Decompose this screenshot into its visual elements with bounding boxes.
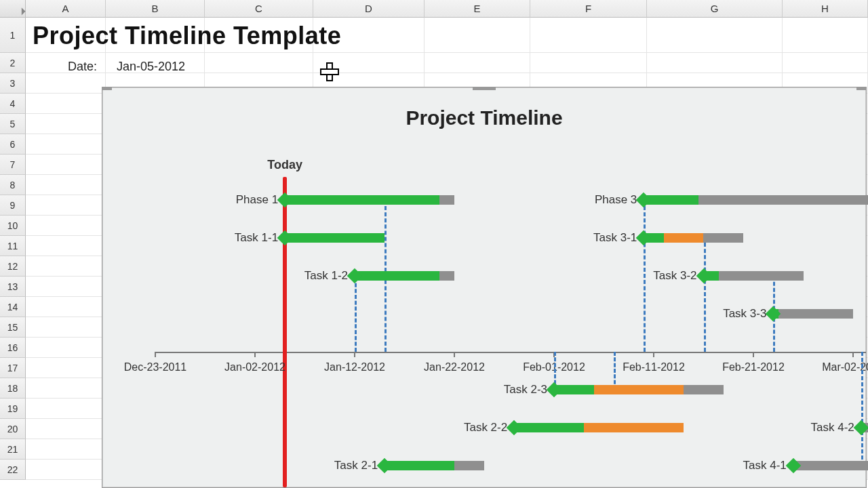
bar-planned <box>594 385 684 394</box>
col-head-C[interactable]: C <box>205 0 313 18</box>
cell[interactable] <box>647 18 783 53</box>
gantt-bar[interactable]: Task 2-1 <box>384 461 484 470</box>
cell[interactable] <box>26 195 106 216</box>
spreadsheet[interactable]: ABCDEFGH 1234567891011121314151617181920… <box>0 0 868 488</box>
gantt-bar[interactable]: Phase 3 <box>644 195 868 205</box>
cell[interactable] <box>26 155 106 175</box>
row-head-16[interactable]: 16 <box>0 338 26 358</box>
bar-complete <box>644 195 698 205</box>
cell[interactable] <box>26 236 106 256</box>
chart-title: Project Timeline <box>102 106 866 129</box>
row-head-1[interactable]: 1 <box>0 18 26 53</box>
row-head-4[interactable]: 4 <box>0 94 26 114</box>
select-all-corner[interactable] <box>0 0 26 18</box>
gantt-bar[interactable]: Task 2-2 <box>514 423 684 432</box>
gantt-bar[interactable]: Task 4-1 <box>793 461 868 470</box>
gantt-bar[interactable]: Task 1-1 <box>285 233 384 243</box>
cell[interactable] <box>530 53 647 73</box>
row-head-18[interactable]: 18 <box>0 378 26 399</box>
cell[interactable] <box>26 134 106 155</box>
cell[interactable] <box>425 53 530 73</box>
row-head-12[interactable]: 12 <box>0 256 26 277</box>
row-head-15[interactable]: 15 <box>0 317 26 338</box>
cell[interactable] <box>26 399 106 419</box>
cell[interactable] <box>647 53 783 73</box>
cell-cursor-icon <box>320 62 336 79</box>
bar-label: Task 4-2 <box>811 421 861 434</box>
gantt-bar[interactable]: Task 4-2 <box>861 423 868 432</box>
gantt-bar[interactable]: Task 3-3 <box>773 309 853 319</box>
row-head-19[interactable]: 19 <box>0 399 26 419</box>
row-head-5[interactable]: 5 <box>0 114 26 134</box>
cell[interactable] <box>26 317 106 338</box>
gantt-bar[interactable]: Task 2-3 <box>554 385 724 394</box>
cell[interactable] <box>26 256 106 277</box>
date-value[interactable]: Jan-05-2012 <box>117 60 185 74</box>
cell[interactable] <box>530 18 647 53</box>
row-head-17[interactable]: 17 <box>0 358 26 378</box>
cell[interactable] <box>26 419 106 439</box>
col-head-B[interactable]: B <box>106 0 205 18</box>
cell[interactable] <box>26 378 106 399</box>
bar-label: Task 2-3 <box>504 383 554 396</box>
cell[interactable] <box>783 53 868 73</box>
row-head-22[interactable]: 22 <box>0 460 26 480</box>
cell[interactable] <box>425 18 530 53</box>
x-tick <box>254 352 256 357</box>
cell[interactable] <box>26 358 106 378</box>
cell[interactable] <box>26 277 106 297</box>
row-head-14[interactable]: 14 <box>0 297 26 317</box>
cell[interactable] <box>26 73 106 94</box>
resize-handle-icon[interactable] <box>856 87 866 90</box>
cell[interactable] <box>26 338 106 358</box>
cell[interactable] <box>26 216 106 236</box>
chart-plot-area[interactable]: Today Dec-23-2011Jan-02-2012Jan-12-2012J… <box>155 161 866 487</box>
cell[interactable] <box>205 53 313 73</box>
cell[interactable] <box>26 94 106 114</box>
chart-object[interactable]: Project Timeline Today Dec-23-2011Jan-02… <box>102 87 867 488</box>
row-head-2[interactable]: 2 <box>0 53 26 73</box>
row-headers[interactable]: 12345678910111213141516171819202122 <box>0 18 26 488</box>
row-head-21[interactable]: 21 <box>0 439 26 460</box>
col-head-E[interactable]: E <box>425 0 530 18</box>
x-tick-label: Feb-11-2012 <box>623 361 685 373</box>
gantt-bar[interactable]: Phase 1 <box>285 195 454 205</box>
resize-handle-icon[interactable] <box>473 87 496 90</box>
row-head-10[interactable]: 10 <box>0 216 26 236</box>
gantt-bar[interactable]: Task 1-2 <box>355 271 454 281</box>
cell[interactable] <box>26 114 106 134</box>
row-head-6[interactable]: 6 <box>0 134 26 155</box>
cell[interactable] <box>783 18 868 53</box>
resize-handle-icon[interactable] <box>102 87 112 90</box>
row-head-7[interactable]: 7 <box>0 155 26 175</box>
cell[interactable] <box>26 175 106 195</box>
bar-total <box>704 271 804 281</box>
row-head-13[interactable]: 13 <box>0 277 26 297</box>
gantt-bar[interactable]: Task 3-1 <box>644 233 743 243</box>
today-label: Today <box>267 158 302 172</box>
row-head-20[interactable]: 20 <box>0 419 26 439</box>
cell[interactable] <box>26 297 106 317</box>
cell[interactable] <box>26 439 106 460</box>
bar-label: Phase 1 <box>236 193 285 207</box>
bar-planned <box>664 233 704 243</box>
x-tick <box>454 352 455 357</box>
bar-label: Task 3-3 <box>723 307 773 321</box>
bar-total <box>773 309 853 319</box>
cell[interactable] <box>26 460 106 480</box>
row-head-3[interactable]: 3 <box>0 73 26 94</box>
bar-label: Task 2-1 <box>334 459 384 472</box>
col-head-A[interactable]: A <box>26 0 106 18</box>
row-head-11[interactable]: 11 <box>0 236 26 256</box>
bar-planned <box>584 423 684 432</box>
column-headers[interactable]: ABCDEFGH <box>26 0 868 18</box>
x-tick-label: Dec-23-2011 <box>124 361 187 373</box>
col-head-D[interactable]: D <box>313 0 425 18</box>
col-head-F[interactable]: F <box>530 0 647 18</box>
x-tick-label: Jan-22-2012 <box>424 361 485 373</box>
col-head-H[interactable]: H <box>783 0 868 18</box>
row-head-8[interactable]: 8 <box>0 175 26 195</box>
col-head-G[interactable]: G <box>647 0 783 18</box>
gantt-bar[interactable]: Task 3-2 <box>704 271 804 281</box>
row-head-9[interactable]: 9 <box>0 195 26 216</box>
